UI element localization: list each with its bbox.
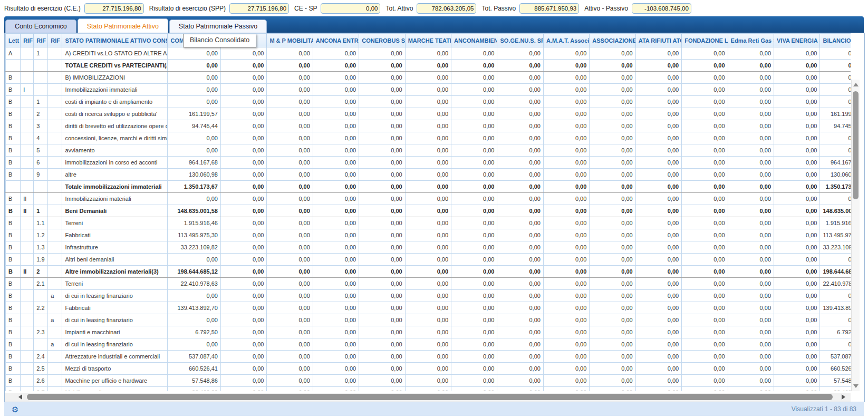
cell-value-zero[interactable]: 0,00 [774,181,820,193]
cell-value-zero[interactable]: 0,00 [451,217,497,229]
cell-value-bilancio[interactable]: 0,00 [820,254,851,266]
cell-value-zero[interactable]: 0,00 [267,108,313,120]
cell-lett[interactable]: B [6,290,21,302]
cell-value-zero[interactable]: 0,00 [220,120,266,132]
cell-value-zero[interactable]: 0,00 [590,254,635,266]
cell-value-zero[interactable]: 0,00 [543,278,589,290]
cell-value-zero[interactable]: 0,00 [635,278,681,290]
cell-value-zero[interactable]: 0,00 [267,302,313,314]
cell-value-comune[interactable]: 0,00 [168,47,220,60]
cell-value-zero[interactable]: 0,00 [267,47,313,60]
table-row[interactable]: B1.2Fabbricati113.495.975,300,000,000,00… [6,229,851,241]
cell-rif2[interactable]: 2.5 [34,363,48,375]
cell-value-zero[interactable]: 0,00 [497,387,543,392]
cell-value-zero[interactable]: 0,00 [359,132,405,144]
column-header[interactable]: ATA RIFIUTI ATC [635,34,681,47]
horizontal-scrollbar[interactable] [5,393,851,402]
cell-rif1[interactable]: I [21,84,34,96]
cell-value-zero[interactable]: 0,00 [728,278,774,290]
cell-value-zero[interactable]: 0,00 [451,351,497,363]
row-description[interactable]: di cui in leasing finanziario [62,314,168,326]
cell-rif2[interactable]: 2.2 [34,302,48,314]
cell-value-zero[interactable]: 0,00 [635,144,681,157]
cell-value-zero[interactable]: 0,00 [313,169,359,181]
cell-value-zero[interactable]: 0,00 [497,266,543,278]
cell-rif1[interactable] [21,108,34,120]
cell-value-zero[interactable]: 0,00 [451,326,497,338]
row-description[interactable]: A) CREDITI vs.LO STATO ED ALTRE AMMIN [62,47,168,60]
cell-value-zero[interactable]: 0,00 [220,387,266,392]
cell-value-zero[interactable]: 0,00 [635,338,681,351]
cell-value-zero[interactable]: 0,00 [267,169,313,181]
cell-value-zero[interactable]: 0,00 [543,302,589,314]
row-description[interactable]: Beni Demaniali [62,205,168,217]
table-row[interactable]: BIImmobilizzazioni immateriali0,000,000,… [6,84,851,96]
cell-lett[interactable]: B [6,144,21,157]
cell-value-zero[interactable]: 0,00 [682,314,728,326]
cell-rif3[interactable] [48,157,62,169]
cell-rif1[interactable] [21,338,34,351]
cell-value-zero[interactable]: 0,00 [728,266,774,278]
cell-value-zero[interactable]: 0,00 [451,338,497,351]
cell-value-zero[interactable]: 0,00 [728,326,774,338]
table-row[interactable]: B2.2Fabbricati139.413.892,700,000,000,00… [6,302,851,314]
cell-value-zero[interactable]: 0,00 [497,217,543,229]
cell-rif1[interactable] [21,60,34,72]
table-row[interactable]: B1.3Infrastrutture33.223.109,820,000,000… [6,241,851,254]
cell-value-zero[interactable]: 0,00 [313,338,359,351]
tab-conto-economico[interactable]: Conto Economico [5,20,76,33]
cell-value-zero[interactable]: 0,00 [635,241,681,254]
cell-value-zero[interactable]: 0,00 [359,157,405,169]
cell-lett[interactable]: B [6,108,21,120]
table-row[interactable]: B2.1Terreni22.410.978,630,000,000,000,00… [6,278,851,290]
cell-value-zero[interactable]: 0,00 [682,217,728,229]
cell-value-zero[interactable]: 0,00 [267,363,313,375]
cell-rif3[interactable] [48,47,62,60]
column-header[interactable]: FONDAZIONE LI [682,34,728,47]
cell-value-zero[interactable]: 0,00 [497,290,543,302]
cell-value-comune[interactable]: 0,00 [168,254,220,266]
cell-value-zero[interactable]: 0,00 [220,302,266,314]
cell-value-zero[interactable]: 0,00 [359,326,405,338]
column-header[interactable]: CONEROBUS SP [359,34,405,47]
cell-value-zero[interactable]: 0,00 [405,363,451,375]
tab-stato-patrimoniale-passivo[interactable]: Stato Patrimoniale Passivo [169,20,267,33]
cell-rif3[interactable] [48,84,62,96]
row-description[interactable]: di cui in leasing finanziario [62,290,168,302]
cell-value-bilancio[interactable]: 94.745,44 [820,120,851,132]
cell-value-comune[interactable]: 0,00 [168,84,220,96]
cell-value-zero[interactable]: 0,00 [590,96,635,108]
cell-value-zero[interactable]: 0,00 [590,290,635,302]
row-description[interactable]: Infrastrutture [62,241,168,254]
cell-value-zero[interactable]: 0,00 [543,72,589,84]
cell-value-zero[interactable]: 0,00 [543,229,589,241]
cell-value-zero[interactable]: 0,00 [497,254,543,266]
cell-value-zero[interactable]: 0,00 [451,266,497,278]
cell-value-zero[interactable]: 0,00 [497,193,543,205]
cell-rif1[interactable] [21,229,34,241]
cell-value-comune[interactable]: 0,00 [168,290,220,302]
cell-value-zero[interactable]: 0,00 [313,302,359,314]
table-row[interactable]: BIIImmobilizzazioni materiali0,000,000,0… [6,193,851,205]
cell-value-zero[interactable]: 0,00 [313,363,359,375]
cell-value-zero[interactable]: 0,00 [405,47,451,60]
cell-value-zero[interactable]: 0,00 [543,290,589,302]
cell-value-zero[interactable]: 0,00 [635,387,681,392]
cell-value-comune[interactable]: 113.495.975,30 [168,229,220,241]
cell-value-zero[interactable]: 0,00 [728,351,774,363]
row-description[interactable]: Mobili e arredi [62,387,168,392]
cell-value-zero[interactable]: 0,00 [682,157,728,169]
cell-value-comune[interactable]: 964.167,68 [168,157,220,169]
table-row[interactable]: B5avviamento0,000,000,000,000,000,000,00… [6,144,851,157]
cell-value-bilancio[interactable]: 57.548,86 [820,375,851,387]
field-value-input[interactable] [84,3,144,14]
cell-value-zero[interactable]: 0,00 [497,60,543,72]
cell-rif2[interactable]: 2.7 [34,387,48,392]
cell-value-bilancio[interactable]: 0,00 [820,193,851,205]
cell-rif1[interactable] [21,363,34,375]
cell-value-bilancio[interactable]: 0,00 [820,144,851,157]
cell-value-zero[interactable]: 0,00 [451,157,497,169]
row-description[interactable]: Mezzi di trasporto [62,363,168,375]
cell-value-zero[interactable]: 0,00 [359,266,405,278]
cell-value-zero[interactable]: 0,00 [359,278,405,290]
